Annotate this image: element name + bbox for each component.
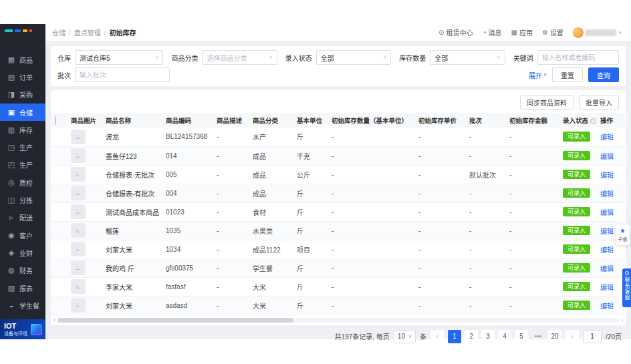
- chevron-down-icon: ∨: [497, 55, 501, 60]
- breadcrumb-stocktake[interactable]: 盘点管理: [74, 27, 101, 37]
- rental-center-button[interactable]: ⊙ 租赁中心: [438, 27, 473, 37]
- page-5-button[interactable]: 5: [515, 330, 528, 343]
- page-size-value: 10: [398, 333, 405, 340]
- product-name: 测试商品成本商品: [102, 202, 162, 221]
- product-code: 01023: [162, 202, 213, 221]
- batch-input[interactable]: [80, 71, 165, 79]
- row-image-cell: [67, 128, 102, 146]
- col-actions: 操作: [596, 113, 627, 128]
- keyword-input-wrap: [537, 50, 619, 65]
- edit-button[interactable]: 编辑: [600, 172, 614, 179]
- row-select-cell: [51, 128, 67, 146]
- page-4-button[interactable]: 4: [498, 330, 511, 343]
- edit-button[interactable]: 编辑: [600, 246, 614, 254]
- page-size-select[interactable]: 10 ∨: [394, 330, 416, 343]
- product-category: 学生餐: [249, 258, 293, 277]
- sidebar-item-production-2[interactable]: ◰ 生产: [0, 156, 45, 174]
- edit-button[interactable]: 编辑: [600, 303, 614, 310]
- product-name: 刘家大米: [102, 240, 162, 258]
- initial-price: -: [414, 146, 465, 165]
- entry-status-select[interactable]: 全部 ∨: [316, 50, 391, 65]
- expand-filters-link[interactable]: 展开 ∨: [529, 70, 547, 80]
- sidebar-item-inventory[interactable]: ▥ 库存: [0, 121, 45, 138]
- sidebar-item-biz-finance[interactable]: ◈ 业财: [0, 244, 45, 261]
- initial-price: -: [414, 184, 465, 202]
- sidebar-item-customers[interactable]: ◉ 客户: [0, 226, 45, 244]
- product-code: 014: [162, 146, 213, 165]
- keyword-label: 关键词: [513, 53, 533, 63]
- product-category: 食材: [249, 202, 293, 221]
- info-icon[interactable]: i: [590, 118, 596, 124]
- scrollbar-track[interactable]: [57, 318, 619, 323]
- sidebar-item-reports[interactable]: ▨ 报表: [0, 279, 45, 297]
- messages-button[interactable]: ◔ 消息: [482, 27, 501, 37]
- edit-button[interactable]: 编辑: [600, 153, 614, 160]
- table-body: 波龙 BL124157368 - 水产 斤 - - - - 可录入 编辑 墨鱼仔…: [51, 128, 627, 315]
- page-20-button[interactable]: 20: [548, 330, 561, 343]
- customers-icon: ◉: [7, 231, 15, 240]
- product-code: 1034: [162, 240, 213, 258]
- sidebar-item-student-meal[interactable]: ◒ 学生餐: [0, 297, 45, 314]
- sidebar-item-orders[interactable]: ▤ 订单: [0, 68, 45, 85]
- edit-button[interactable]: 编辑: [600, 134, 614, 141]
- col-product-desc: 商品描述: [213, 113, 249, 128]
- breadcrumb-warehouse[interactable]: 仓储: [52, 27, 66, 37]
- edit-button[interactable]: 编辑: [600, 284, 614, 291]
- scroll-left-icon[interactable]: ‹: [53, 317, 55, 323]
- sidebar-item-sorting[interactable]: ◫ 分拣: [0, 191, 45, 208]
- product-desc: -: [213, 258, 249, 277]
- edit-button[interactable]: 编辑: [600, 265, 614, 272]
- initial-amount: -: [505, 165, 559, 184]
- warehouse-select[interactable]: 测试仓库5 ∨: [75, 50, 163, 65]
- edit-button[interactable]: 编辑: [600, 228, 614, 235]
- contact-support-tab[interactable]: 联系客服: [622, 268, 631, 307]
- sidebar-item-finance[interactable]: ◍ 财务: [0, 262, 45, 279]
- batch-import-button[interactable]: 批量导入: [579, 96, 619, 110]
- scroll-right-icon[interactable]: ›: [621, 317, 623, 323]
- edit-button[interactable]: 编辑: [600, 190, 614, 198]
- col-batch: 批次: [465, 113, 505, 128]
- apps-label: 应用: [519, 27, 533, 37]
- prev-page-button[interactable]: ‹: [430, 330, 444, 343]
- keyword-input[interactable]: [542, 54, 614, 61]
- page-1-button[interactable]: 1: [448, 330, 461, 343]
- sidebar-item-goods[interactable]: ▦ 商品: [0, 51, 45, 68]
- sidebar-item-delivery[interactable]: ▹ 配送: [0, 209, 45, 226]
- base-unit: 斤: [293, 202, 328, 221]
- batch: -: [465, 221, 505, 240]
- row-image-cell: [67, 184, 102, 202]
- sidebar-item-label: 库存: [19, 125, 33, 135]
- sync-products-button[interactable]: 同步商品资料: [520, 96, 574, 110]
- user-menu[interactable]: ∨: [573, 27, 622, 38]
- scrollbar-thumb[interactable]: [57, 318, 293, 323]
- chevron-down-icon: ∨: [383, 55, 386, 60]
- sidebar-item-purchase[interactable]: ◨ 采购: [0, 86, 45, 104]
- search-button[interactable]: 查询: [588, 67, 619, 82]
- sidebar-item-label: 配送: [19, 212, 33, 222]
- chevron-down-icon: ∨: [269, 55, 273, 60]
- page-2-button[interactable]: 2: [465, 330, 478, 343]
- page-title: 初始库存: [110, 27, 136, 37]
- initial-amount: -: [505, 128, 559, 146]
- sidebar-item-production-1[interactable]: ◳ 生产: [0, 138, 45, 156]
- next-page-button[interactable]: ›: [565, 330, 579, 343]
- page-jump-input[interactable]: [583, 330, 602, 343]
- settings-button[interactable]: ⚙ 设置: [542, 27, 563, 37]
- category-select[interactable]: 选择商品分类 ∨: [202, 50, 277, 65]
- edit-button[interactable]: 编辑: [600, 209, 614, 216]
- breadcrumb-separator: /: [104, 29, 106, 36]
- breadcrumb-separator: /: [69, 29, 71, 36]
- sidebar-item-warehouse[interactable]: ▣ 仓储: [0, 104, 45, 121]
- row-select-cell: [51, 296, 67, 315]
- chevron-down-icon: ∨: [543, 72, 547, 77]
- page-3-button[interactable]: 3: [481, 330, 495, 343]
- stock-qty-select[interactable]: 全部 ∨: [430, 50, 505, 65]
- apps-button[interactable]: ▦ 应用: [511, 27, 532, 37]
- action-cell: 编辑: [596, 128, 627, 146]
- assistant-widget[interactable]: ★ 千帆: [616, 224, 630, 245]
- product-category: 成品: [249, 146, 293, 165]
- status-badge: 可录入: [563, 301, 590, 311]
- sidebar-item-quality[interactable]: ◎ 质检: [0, 174, 45, 191]
- select-all-checkbox[interactable]: [55, 116, 56, 125]
- reset-button[interactable]: 重置: [552, 67, 583, 82]
